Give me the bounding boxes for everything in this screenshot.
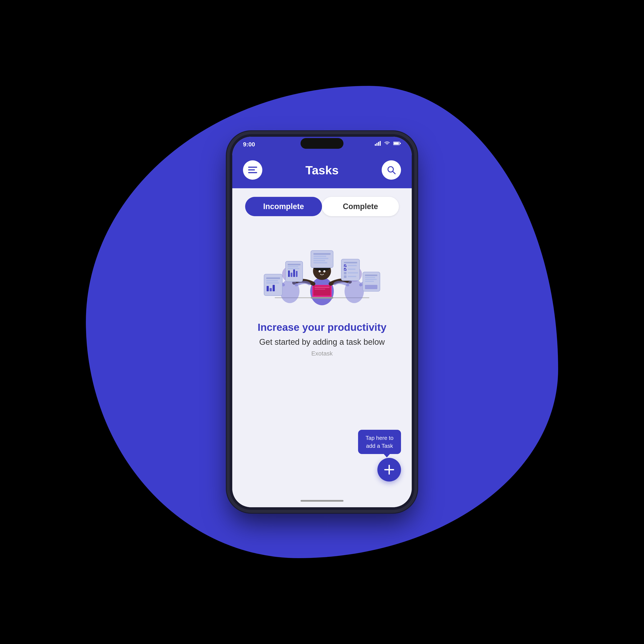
fab-area: Tap here to add a Task [358, 430, 401, 481]
svg-rect-33 [273, 285, 275, 291]
empty-state-title: Increase your productivity [258, 321, 386, 333]
empty-state-subtitle: Get started by adding a task below [259, 337, 385, 347]
svg-rect-59 [365, 275, 377, 276]
svg-rect-51 [348, 265, 357, 266]
menu-icon [248, 166, 257, 175]
app-brand-label: Exotask [311, 350, 333, 357]
svg-rect-46 [313, 260, 325, 261]
main-content: Increase your productivity Get started b… [232, 223, 412, 494]
plus-icon [383, 464, 395, 475]
svg-rect-28 [266, 277, 280, 279]
svg-rect-22 [311, 297, 333, 299]
svg-rect-43 [313, 253, 331, 255]
svg-rect-2 [378, 142, 379, 146]
productivity-illustration [258, 231, 386, 313]
svg-rect-7 [248, 167, 257, 168]
svg-rect-0 [375, 144, 376, 146]
svg-line-11 [393, 171, 395, 174]
svg-rect-40 [293, 269, 295, 277]
svg-rect-5 [394, 142, 399, 144]
signal-icon [375, 141, 381, 146]
svg-rect-20 [314, 287, 330, 288]
svg-rect-63 [365, 285, 377, 289]
svg-rect-55 [348, 272, 358, 273]
svg-rect-21 [314, 289, 325, 290]
scene: 9:00 [0, 0, 644, 644]
svg-rect-32 [270, 288, 272, 291]
svg-rect-31 [267, 286, 269, 291]
page-title: Tasks [305, 163, 339, 177]
svg-rect-30 [266, 282, 279, 284]
svg-rect-57 [348, 276, 356, 277]
status-time: 9:00 [243, 141, 255, 148]
svg-rect-8 [248, 169, 255, 170]
search-button[interactable] [382, 160, 401, 180]
svg-point-17 [323, 270, 325, 272]
svg-rect-9 [248, 172, 257, 173]
fab-tooltip: Tap here to add a Task [358, 430, 401, 454]
svg-rect-41 [296, 271, 298, 277]
svg-rect-39 [291, 273, 292, 277]
tab-incomplete[interactable]: Incomplete [245, 197, 322, 216]
svg-rect-53 [348, 269, 355, 270]
illustration-area [243, 231, 401, 313]
svg-rect-62 [365, 281, 374, 282]
phone-device: 9:00 [230, 134, 414, 510]
svg-rect-54 [344, 272, 346, 274]
add-task-button[interactable] [377, 458, 401, 481]
menu-button[interactable] [243, 160, 262, 180]
svg-point-16 [319, 270, 321, 272]
svg-rect-6 [400, 143, 401, 144]
tab-bar: Incomplete Complete [232, 188, 412, 223]
svg-rect-61 [365, 279, 377, 280]
svg-rect-56 [344, 275, 346, 278]
svg-rect-44 [313, 256, 326, 257]
svg-rect-38 [288, 270, 290, 277]
svg-rect-47 [313, 262, 327, 263]
svg-rect-45 [313, 258, 328, 259]
wifi-icon [384, 141, 390, 146]
svg-rect-65 [384, 469, 394, 470]
app-header: Tasks [232, 156, 412, 188]
home-bar [301, 500, 343, 502]
status-icons [375, 141, 401, 146]
svg-rect-3 [380, 141, 381, 146]
svg-rect-1 [377, 143, 378, 146]
svg-rect-35 [288, 264, 301, 265]
home-indicator [232, 494, 412, 507]
tab-complete[interactable]: Complete [322, 197, 399, 216]
svg-rect-36 [288, 266, 298, 267]
battery-icon [393, 141, 401, 145]
svg-rect-29 [266, 280, 278, 281]
svg-rect-37 [288, 268, 299, 269]
phone-screen: 9:00 [232, 137, 412, 507]
svg-rect-60 [365, 277, 375, 278]
dynamic-island [301, 138, 343, 149]
svg-rect-49 [344, 262, 357, 263]
search-icon [387, 166, 396, 175]
